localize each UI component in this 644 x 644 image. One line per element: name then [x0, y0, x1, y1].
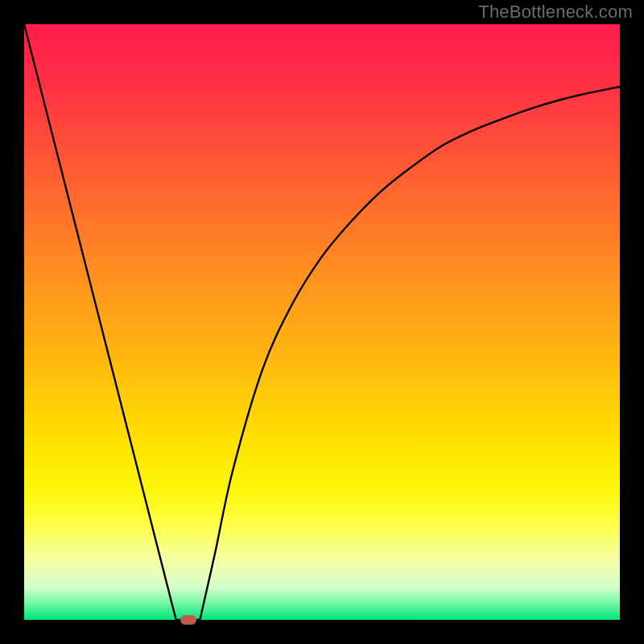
chart-svg [24, 24, 620, 620]
watermark-text: TheBottleneck.com [478, 2, 633, 23]
plot-area [24, 24, 620, 620]
gradient-background [24, 24, 620, 620]
minimum-marker [180, 615, 196, 625]
chart-frame: TheBottleneck.com [0, 0, 644, 644]
